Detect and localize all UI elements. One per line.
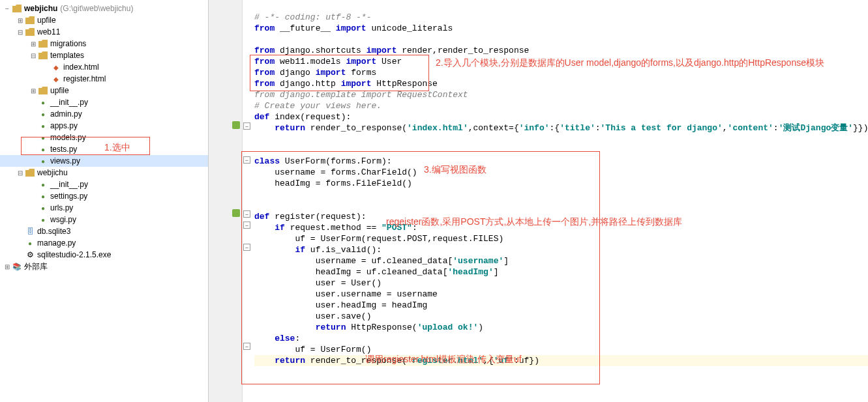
tree-item-sqlitestudio-2-1-5-exe[interactable]: ⚙sqlitestudio-2.1.5.exe [0,249,208,261]
python-file-icon: ● [38,180,48,189]
tree-label: views.py [50,156,80,165]
gutter-marker-icon [232,121,240,129]
tree-label: register.html [63,74,106,83]
expander-icon[interactable]: ⊟ [16,27,25,36]
tree-item-urls-py[interactable]: ●urls.py [0,202,208,214]
code-comment: # -*- coding: utf-8 -*- [254,12,371,22]
code-editor-panel[interactable]: − − − − − − # -*- coding: utf-8 -*- from… [209,0,868,402]
gutter-marker-icon [232,209,240,217]
tree-label: admin.py [50,109,82,119]
tree-item-manage-py[interactable]: ●manage.py [0,237,208,249]
code-comment: # Create your views here. [254,101,382,111]
python-file-icon: ● [38,109,48,119]
code-comment: from django.template import RequestConte… [254,90,468,100]
fold-marker[interactable]: − [243,244,250,251]
folder-icon [25,168,35,177]
tree-item-migrations[interactable]: ⊞migrations [0,38,208,50]
exe-file-icon: ⚙ [25,250,35,259]
tree-label: tests.py [50,145,77,154]
code-text-area[interactable]: # -*- coding: utf-8 -*- from __future__ … [252,0,868,402]
fold-marker[interactable]: − [243,156,250,164]
tree-label: apps.py [50,121,78,130]
folder-icon [12,4,22,13]
tree-label: __init__.py [50,180,88,189]
tree-label: urls.py [50,203,73,212]
python-file-icon: ● [25,238,35,248]
python-file-icon: ● [38,203,48,212]
tree-item-settings-py[interactable]: ●settings.py [0,190,208,202]
folder-icon [38,39,48,48]
expander-icon[interactable]: ⊟ [29,51,38,60]
tree-label: templates [50,51,84,60]
expander-icon[interactable]: ⊞ [3,262,12,271]
tree-item-db-sqlite3[interactable]: 🗄db.sqlite3 [0,225,208,237]
tree-item-外部库[interactable]: ⊞📚外部库 [0,261,208,272]
tree-label: web11 [37,27,60,36]
tree-item-wsgi-py[interactable]: ●wsgi.py [0,214,208,225]
tree-item-models-py[interactable]: ●models.py [0,132,208,143]
tree-label: webjichu [37,168,68,177]
tree-label: wsgi.py [50,215,76,224]
expander-icon[interactable]: ⊞ [29,39,38,48]
folder-icon [25,16,35,25]
tree-item-webjichu[interactable]: ⊟webjichu [0,167,208,179]
html-file-icon: ◆ [51,63,61,72]
fold-marker[interactable]: − [243,122,250,130]
tree-label: __init__.py [50,98,88,107]
tree-item-web11[interactable]: ⊟web11 [0,26,208,38]
line-gutter [209,0,243,402]
python-file-icon: ● [38,215,48,224]
tree-label: webjichu [24,4,57,13]
tree-item-register-html[interactable]: ◆register.html [0,73,208,85]
expander-icon[interactable]: − [3,4,12,13]
tree-label: db.sqlite3 [37,227,70,236]
fold-marker[interactable]: − [243,210,250,218]
tree-label: models.py [50,133,86,142]
python-file-icon: ● [38,145,48,154]
python-file-icon: ● [38,98,48,107]
folder-icon [38,86,48,95]
tree-hint: (G:\git\web\webjichu) [60,4,133,13]
python-file-icon: ● [38,133,48,142]
python-file-icon: ● [38,156,48,165]
expander-icon[interactable]: ⊟ [16,168,25,177]
python-file-icon: ● [38,121,48,130]
tree-label: settings.py [50,192,87,201]
database-icon: 🗄 [25,227,35,236]
tree-item-apps-py[interactable]: ●apps.py [0,120,208,132]
html-file-icon: ◆ [51,74,61,83]
expander-icon[interactable]: ⊞ [16,16,25,25]
python-file-icon: ● [38,192,48,201]
project-tree-panel[interactable]: − webjichu (G:\git\web\webjichu) ⊞upfile… [0,0,209,402]
tree-item-index-html[interactable]: ◆index.html [0,61,208,73]
tree-item-admin-py[interactable]: ●admin.py [0,108,208,120]
tree-label: index.html [63,63,99,72]
tree-item-templates[interactable]: ⊟templates [0,50,208,61]
tree-root[interactable]: − webjichu (G:\git\web\webjichu) [0,3,208,14]
tree-label: upfile [50,86,69,95]
tree-item-upfile[interactable]: ⊞upfile [0,85,208,96]
tree-item-__init__-py[interactable]: ●__init__.py [0,96,208,108]
tree-label: migrations [50,39,86,48]
tree-label: manage.py [37,238,76,248]
tree-item-views-py[interactable]: ●views.py [0,155,208,167]
tree-item-__init__-py[interactable]: ●__init__.py [0,179,208,190]
fold-marker[interactable]: − [243,222,250,229]
tree-item-upfile[interactable]: ⊞upfile [0,14,208,26]
expander-icon[interactable]: ⊞ [29,86,38,95]
fold-marker[interactable]: − [243,343,250,350]
tree-label: sqlitestudio-2.1.5.exe [37,250,111,259]
library-icon: 📚 [12,262,22,271]
folder-icon [25,27,35,36]
tree-label: upfile [37,16,56,25]
tree-label: 外部库 [24,261,48,272]
tree-item-tests-py[interactable]: ●tests.py [0,143,208,155]
fold-gutter: − − − − − − [243,0,252,402]
folder-icon [38,51,48,60]
